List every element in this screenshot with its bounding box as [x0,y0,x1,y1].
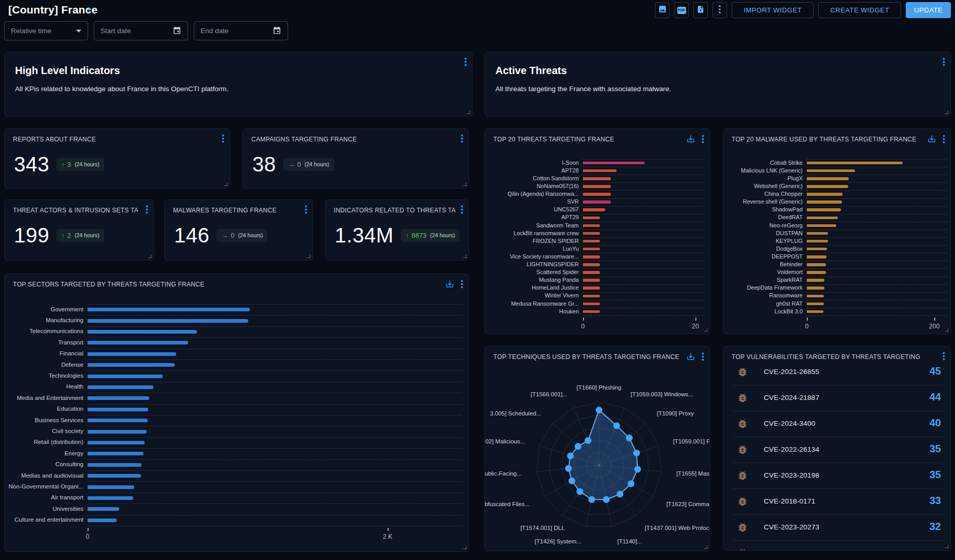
radar-data-point[interactable] [588,496,595,503]
bar[interactable] [583,240,600,243]
radar-data-point[interactable] [613,422,620,429]
bar[interactable] [583,303,600,306]
bar[interactable] [807,303,824,306]
download-chart-icon[interactable] [686,134,695,143]
bar[interactable] [807,279,824,282]
export-image-button[interactable] [655,2,669,18]
widget-menu-icon[interactable] [464,58,467,66]
resize-handle[interactable] [945,328,948,332]
radar-data-point[interactable] [568,478,575,484]
widget-menu-icon[interactable] [943,352,945,361]
bar[interactable] [88,519,117,522]
radar-data-point[interactable] [577,488,583,495]
resize-handle[interactable] [307,255,310,258]
bar[interactable] [88,385,153,389]
bar[interactable] [807,295,824,298]
bar[interactable] [583,295,600,298]
download-chart-icon[interactable] [445,279,454,289]
vulnerability-row[interactable]: CVE-2021-2685545 [723,360,950,385]
resize-handle[interactable] [467,111,470,114]
bar[interactable] [583,200,611,204]
bar[interactable] [88,319,248,323]
bar[interactable] [88,452,144,455]
bar[interactable] [807,271,826,274]
bar[interactable] [583,208,605,211]
bar[interactable] [583,286,600,290]
radar-data-point[interactable] [596,407,603,413]
bar[interactable] [807,255,826,259]
widget-menu-icon[interactable] [461,280,463,289]
widget-menu-icon[interactable] [702,352,704,361]
widget-menu-icon[interactable] [222,134,224,143]
relative-time-select[interactable]: Relative time [4,21,88,40]
bar[interactable] [88,375,163,378]
widget-menu-icon[interactable] [461,134,463,143]
update-button[interactable]: UPDATE [906,2,951,18]
radar-data-point[interactable] [633,450,640,456]
bar[interactable] [88,485,134,489]
vulnerability-row[interactable]: CVE-2023-2019835 [723,463,950,489]
radar-data-point[interactable] [603,496,610,503]
radar-data-point[interactable] [634,466,641,472]
resize-handle[interactable] [704,328,707,332]
bar[interactable] [583,193,611,196]
bar[interactable] [88,408,148,411]
bar[interactable] [583,177,611,180]
bar[interactable] [583,185,611,188]
bar[interactable] [807,169,855,173]
bar[interactable] [88,430,147,434]
radar-data-point[interactable] [567,453,574,460]
resize-handle[interactable] [463,546,466,549]
bar[interactable] [807,248,827,251]
bar[interactable] [88,496,133,500]
bar[interactable] [583,217,600,220]
bar[interactable] [88,463,141,467]
resize-handle[interactable] [463,255,466,258]
download-chart-icon[interactable] [686,352,695,361]
bar[interactable] [807,232,828,235]
calendar-icon[interactable] [273,26,281,36]
bar[interactable] [583,263,600,266]
resize-handle[interactable] [945,111,948,114]
bar[interactable] [807,208,841,211]
bar[interactable] [88,341,188,344]
bar[interactable] [807,193,843,196]
bar[interactable] [807,200,842,204]
bar[interactable] [807,217,838,220]
bar[interactable] [807,224,836,227]
import-widget-button[interactable]: IMPORT WIDGET [732,2,814,18]
bar[interactable] [583,224,600,227]
bar[interactable] [807,240,828,243]
resize-handle[interactable] [463,183,466,186]
bar[interactable] [583,169,617,173]
vulnerability-row[interactable]: CVE-2018-017133 [723,489,950,515]
vulnerability-row[interactable]: CVE-2024-2188744 [723,385,950,411]
widget-menu-icon[interactable] [943,58,945,66]
download-chart-icon[interactable] [927,134,936,143]
bar[interactable] [88,330,197,334]
radar-data-point[interactable] [575,443,581,450]
bar[interactable] [88,441,145,444]
widget-menu-icon[interactable] [943,135,945,143]
radar-data-point[interactable] [565,465,572,472]
bar[interactable] [583,162,645,165]
bar[interactable] [583,279,600,282]
bar[interactable] [583,255,600,259]
vulnerability-row[interactable]: CVE-2022-2613435 [723,437,950,463]
resize-handle[interactable] [148,255,151,258]
radar-data-point[interactable] [628,480,634,487]
bar[interactable] [807,263,826,266]
bar[interactable] [88,419,148,422]
bar[interactable] [807,286,824,290]
create-widget-button[interactable]: CREATE WIDGET [818,2,901,18]
add-widget-icon[interactable]: + [86,4,92,16]
bar[interactable] [88,396,149,400]
resize-handle[interactable] [224,183,227,186]
bar[interactable] [583,248,600,251]
bar[interactable] [88,352,176,356]
bar[interactable] [88,308,250,311]
widget-menu-icon[interactable] [305,205,307,214]
vulnerability-row[interactable]: CVE-2023-2027332 [723,515,950,541]
end-date-input[interactable]: End date [194,21,288,40]
radar-data-point[interactable] [626,435,633,441]
